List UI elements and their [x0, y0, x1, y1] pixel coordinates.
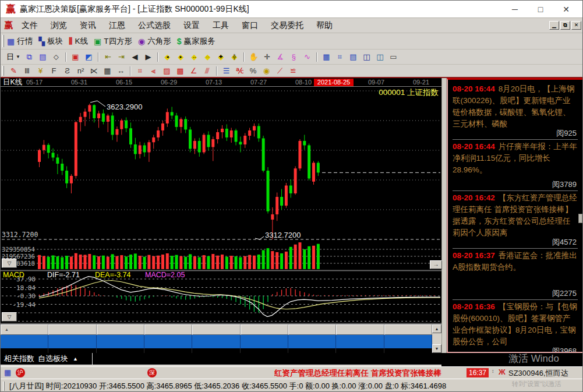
tab-watchlist[interactable]: 自选板块	[38, 354, 68, 364]
menu-item-9[interactable]: 帮助	[310, 20, 339, 31]
table-header-cell[interactable]	[384, 324, 432, 335]
news-item[interactable]: 08-20 16:42【东方红资产管理总经理任莉离任 首席投资官张锋接棒】据透露…	[453, 192, 578, 249]
table-cell[interactable]	[288, 335, 336, 348]
winner-service-button[interactable]: $赢家服务	[177, 36, 215, 47]
t-square-button[interactable]: ▣T四方形	[94, 36, 132, 47]
menu-item-4[interactable]: 公式选股	[132, 20, 177, 31]
news-scrollbar-thumb[interactable]	[578, 214, 582, 223]
sectors-button[interactable]: ▚板块	[38, 36, 63, 47]
calculator-icon[interactable]: ⌗	[334, 51, 346, 62]
ticker-scroll-arrows[interactable]: ↕	[492, 368, 494, 374]
scroll-right-button[interactable]: →	[430, 260, 442, 269]
table-header-cell[interactable]	[48, 324, 96, 335]
diamond-right-icon[interactable]: ◆▸	[175, 51, 187, 62]
angle-tool-icon[interactable]: ∡	[274, 51, 287, 62]
mdi-close-button[interactable]: ✕	[571, 21, 581, 30]
table-cell[interactable]	[192, 348, 240, 353]
last-bar-icon[interactable]: ⇥	[115, 51, 128, 62]
table-cell[interactable]	[384, 348, 432, 353]
quotes-button[interactable]: ▦行情	[7, 36, 33, 47]
table-header-cell[interactable]	[288, 324, 336, 335]
table-header-cell[interactable]	[97, 324, 144, 335]
menu-item-0[interactable]: 文件	[15, 20, 44, 31]
trend-tool-icon[interactable]: ⟋	[274, 65, 286, 76]
hexagon-button[interactable]: ◉六角形	[138, 36, 171, 47]
menu-item-7[interactable]: 窗口	[235, 20, 264, 31]
print-icon[interactable]: ▭	[387, 51, 400, 62]
panel-splitter[interactable]	[441, 78, 447, 353]
marker-drop-icon[interactable]: ⬦	[50, 51, 62, 62]
table-row-selected[interactable]	[1, 335, 432, 348]
scrolling-news-text[interactable]: 红资产管理总经理任莉离任 首席投资官张锋接棒	[274, 368, 464, 379]
shenzhen-market-badge[interactable]: 深	[147, 368, 157, 377]
scroll-up-icon[interactable]: ▲	[432, 324, 441, 333]
curve-tool-icon[interactable]: ∿	[301, 51, 313, 62]
channel-tool-icon[interactable]: ≌	[287, 65, 299, 76]
multi-line-icon[interactable]: ⫻	[201, 65, 213, 76]
table-scrollbar[interactable]: ▲ ▼	[432, 324, 441, 353]
save-icon[interactable]: ◫	[361, 51, 373, 62]
news-panel[interactable]: 08-20 16:448月20日电，【上海钢联(300226)、股吧】更新锂电产…	[447, 78, 583, 353]
mdi-minimize-button[interactable]: ▁	[549, 21, 559, 30]
table-cell[interactable]	[241, 348, 288, 353]
indicator-window-icon[interactable]: ▣	[69, 51, 82, 62]
diamond-left-icon[interactable]: ◆◂	[161, 51, 174, 62]
table-cell[interactable]	[241, 335, 288, 348]
crosshair-icon[interactable]: ✛	[261, 51, 273, 62]
wave-percent-icon[interactable]: ℀	[234, 65, 246, 76]
menu-item-3[interactable]: 江恩	[103, 20, 132, 31]
menu-item-1[interactable]: 浏览	[44, 20, 73, 31]
related-index-table[interactable]: ▲ ▲ ▼	[1, 324, 441, 353]
kline-button[interactable]: ⫼K线	[69, 36, 88, 47]
table-cell[interactable]	[192, 335, 240, 348]
minimize-button[interactable]: ─	[502, 5, 528, 14]
next-bar-icon[interactable]: ▶	[142, 51, 154, 62]
period-dropdown[interactable]: 日 ▼	[4, 52, 23, 62]
spiral-icon[interactable]: Ƨ	[61, 65, 73, 76]
menu-item-2[interactable]: 资讯	[73, 20, 103, 31]
n-square-icon[interactable]: n²	[75, 65, 87, 76]
fibonacci-icon[interactable]: F	[48, 65, 60, 76]
table-header-cell[interactable]	[144, 324, 192, 335]
percent-icon[interactable]: %	[247, 65, 259, 76]
market-grid-icon[interactable]: ▦	[4, 368, 11, 377]
first-bar-icon[interactable]: ⇤	[102, 51, 114, 62]
table-cell[interactable]	[48, 348, 96, 353]
gann-net-icon[interactable]: ▩	[174, 65, 186, 76]
table-cell[interactable]	[336, 348, 384, 353]
info-doc-icon[interactable]: ▤	[37, 51, 49, 62]
color-analysis-icon[interactable]: ◩	[83, 51, 95, 62]
tab-expand-icon[interactable]: ▲	[73, 356, 78, 362]
chart-region[interactable]: 05-1705-3106-1506-2907-1307-2708-102021-…	[1, 78, 441, 324]
tab-related-index[interactable]: 相关指数	[4, 354, 34, 364]
gold-circle-icon[interactable]: ◉	[260, 65, 273, 76]
news-item[interactable]: 08-20 16:448月20日电，【上海钢联(300226)、股吧】更新锂电产…	[453, 83, 578, 140]
ruler-icon[interactable]: ▦	[101, 65, 114, 76]
mdi-restore-button[interactable]: ⧉	[560, 21, 570, 30]
news-item[interactable]: 08-20 16:36【宝钢股份：与【包钢股份(600010)、股吧】签署钢管产…	[453, 301, 578, 353]
golden-section-icon[interactable]: ¥	[34, 65, 47, 76]
table-header-cell[interactable]	[192, 324, 240, 335]
kline-chart[interactable]: 05-1705-3106-1506-2907-1307-2708-102021-…	[1, 78, 441, 324]
width-measure-icon[interactable]: ↔	[115, 65, 127, 76]
calendar-icon[interactable]: ▦	[320, 51, 333, 62]
table-row[interactable]	[1, 348, 432, 353]
table-cell[interactable]	[48, 335, 96, 348]
notepad-icon[interactable]: ▤	[347, 51, 359, 62]
maximize-button[interactable]: □	[528, 5, 553, 14]
table-cell[interactable]	[144, 335, 192, 348]
news-item[interactable]: 08-20 16:37香港证监会：批准推出A股指数期货合约。阅2275	[453, 250, 578, 300]
menu-item-5[interactable]: 设置	[177, 20, 206, 31]
hand-tool-icon[interactable]: ✋	[248, 51, 260, 62]
gann-grid-icon[interactable]: Ⅲ	[21, 65, 33, 76]
scroll-down-icon[interactable]: ▼	[432, 344, 441, 353]
macd-collapse-button[interactable]: ▽	[2, 312, 17, 322]
volume-collapse-button[interactable]: ▽	[2, 259, 17, 268]
diamond-compress-icon[interactable]: ◆⇔	[202, 51, 214, 62]
gann-square-icon[interactable]: ⌗	[134, 65, 146, 76]
diamond-grid-icon[interactable]: ◆╬	[228, 51, 241, 62]
diamond-expand-icon[interactable]: ◆↔	[188, 51, 200, 62]
table-cell[interactable]	[288, 348, 336, 353]
fan-lines-icon[interactable]: ⫷	[147, 65, 160, 76]
brush-icon[interactable]: ✎	[8, 65, 20, 76]
